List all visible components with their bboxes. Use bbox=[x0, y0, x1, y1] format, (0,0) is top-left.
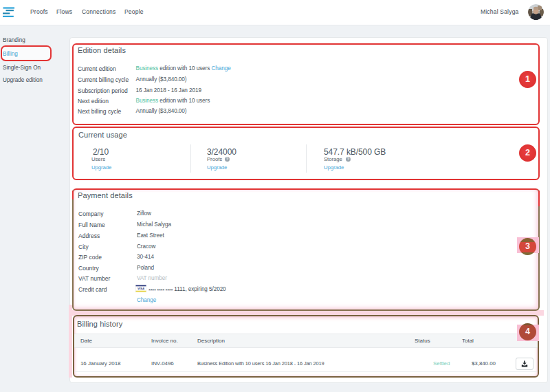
svg-text:VISA: VISA bbox=[138, 287, 144, 290]
